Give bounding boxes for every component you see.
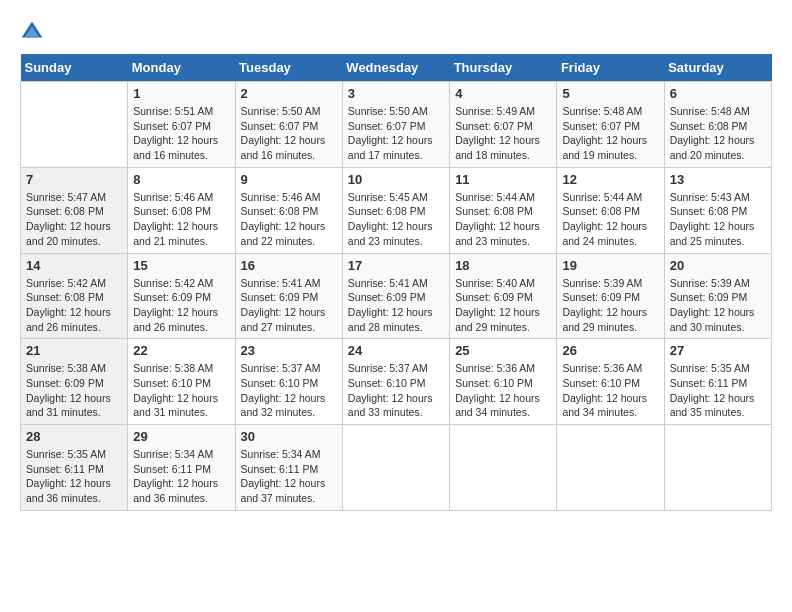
day-info: Sunrise: 5:36 AMSunset: 6:10 PMDaylight:… <box>455 361 551 420</box>
weekday-header-thursday: Thursday <box>450 54 557 82</box>
day-info: Sunrise: 5:48 AMSunset: 6:07 PMDaylight:… <box>562 104 658 163</box>
weekday-header-friday: Friday <box>557 54 664 82</box>
day-cell: 11Sunrise: 5:44 AMSunset: 6:08 PMDayligh… <box>450 167 557 253</box>
day-number: 21 <box>26 343 122 358</box>
day-number: 8 <box>133 172 229 187</box>
day-info: Sunrise: 5:35 AMSunset: 6:11 PMDaylight:… <box>26 447 122 506</box>
weekday-header-tuesday: Tuesday <box>235 54 342 82</box>
day-cell: 24Sunrise: 5:37 AMSunset: 6:10 PMDayligh… <box>342 339 449 425</box>
day-cell: 19Sunrise: 5:39 AMSunset: 6:09 PMDayligh… <box>557 253 664 339</box>
day-info: Sunrise: 5:47 AMSunset: 6:08 PMDaylight:… <box>26 190 122 249</box>
day-number: 12 <box>562 172 658 187</box>
day-cell <box>21 82 128 168</box>
day-cell: 3Sunrise: 5:50 AMSunset: 6:07 PMDaylight… <box>342 82 449 168</box>
day-number: 14 <box>26 258 122 273</box>
day-number: 9 <box>241 172 337 187</box>
day-info: Sunrise: 5:44 AMSunset: 6:08 PMDaylight:… <box>562 190 658 249</box>
day-info: Sunrise: 5:46 AMSunset: 6:08 PMDaylight:… <box>133 190 229 249</box>
day-number: 25 <box>455 343 551 358</box>
day-cell <box>557 425 664 511</box>
day-cell: 4Sunrise: 5:49 AMSunset: 6:07 PMDaylight… <box>450 82 557 168</box>
day-cell: 22Sunrise: 5:38 AMSunset: 6:10 PMDayligh… <box>128 339 235 425</box>
day-cell: 23Sunrise: 5:37 AMSunset: 6:10 PMDayligh… <box>235 339 342 425</box>
day-info: Sunrise: 5:48 AMSunset: 6:08 PMDaylight:… <box>670 104 766 163</box>
day-info: Sunrise: 5:44 AMSunset: 6:08 PMDaylight:… <box>455 190 551 249</box>
day-cell: 29Sunrise: 5:34 AMSunset: 6:11 PMDayligh… <box>128 425 235 511</box>
day-number: 20 <box>670 258 766 273</box>
day-number: 19 <box>562 258 658 273</box>
day-cell <box>664 425 771 511</box>
day-info: Sunrise: 5:41 AMSunset: 6:09 PMDaylight:… <box>241 276 337 335</box>
day-info: Sunrise: 5:38 AMSunset: 6:10 PMDaylight:… <box>133 361 229 420</box>
day-info: Sunrise: 5:45 AMSunset: 6:08 PMDaylight:… <box>348 190 444 249</box>
day-number: 23 <box>241 343 337 358</box>
day-cell: 21Sunrise: 5:38 AMSunset: 6:09 PMDayligh… <box>21 339 128 425</box>
weekday-header-row: SundayMondayTuesdayWednesdayThursdayFrid… <box>21 54 772 82</box>
day-number: 16 <box>241 258 337 273</box>
day-cell: 27Sunrise: 5:35 AMSunset: 6:11 PMDayligh… <box>664 339 771 425</box>
day-cell <box>450 425 557 511</box>
day-cell: 7Sunrise: 5:47 AMSunset: 6:08 PMDaylight… <box>21 167 128 253</box>
day-number: 29 <box>133 429 229 444</box>
page-header <box>20 20 772 44</box>
week-row-3: 14Sunrise: 5:42 AMSunset: 6:08 PMDayligh… <box>21 253 772 339</box>
weekday-header-saturday: Saturday <box>664 54 771 82</box>
day-number: 10 <box>348 172 444 187</box>
day-info: Sunrise: 5:50 AMSunset: 6:07 PMDaylight:… <box>348 104 444 163</box>
day-number: 18 <box>455 258 551 273</box>
day-number: 5 <box>562 86 658 101</box>
day-number: 7 <box>26 172 122 187</box>
day-cell <box>342 425 449 511</box>
day-number: 3 <box>348 86 444 101</box>
day-info: Sunrise: 5:37 AMSunset: 6:10 PMDaylight:… <box>241 361 337 420</box>
day-number: 22 <box>133 343 229 358</box>
day-info: Sunrise: 5:42 AMSunset: 6:09 PMDaylight:… <box>133 276 229 335</box>
weekday-header-sunday: Sunday <box>21 54 128 82</box>
day-number: 1 <box>133 86 229 101</box>
day-cell: 2Sunrise: 5:50 AMSunset: 6:07 PMDaylight… <box>235 82 342 168</box>
day-cell: 5Sunrise: 5:48 AMSunset: 6:07 PMDaylight… <box>557 82 664 168</box>
calendar-table: SundayMondayTuesdayWednesdayThursdayFrid… <box>20 54 772 511</box>
day-info: Sunrise: 5:37 AMSunset: 6:10 PMDaylight:… <box>348 361 444 420</box>
week-row-5: 28Sunrise: 5:35 AMSunset: 6:11 PMDayligh… <box>21 425 772 511</box>
day-number: 4 <box>455 86 551 101</box>
day-cell: 16Sunrise: 5:41 AMSunset: 6:09 PMDayligh… <box>235 253 342 339</box>
day-number: 11 <box>455 172 551 187</box>
day-cell: 12Sunrise: 5:44 AMSunset: 6:08 PMDayligh… <box>557 167 664 253</box>
day-info: Sunrise: 5:50 AMSunset: 6:07 PMDaylight:… <box>241 104 337 163</box>
day-cell: 14Sunrise: 5:42 AMSunset: 6:08 PMDayligh… <box>21 253 128 339</box>
day-number: 2 <box>241 86 337 101</box>
day-cell: 9Sunrise: 5:46 AMSunset: 6:08 PMDaylight… <box>235 167 342 253</box>
day-info: Sunrise: 5:40 AMSunset: 6:09 PMDaylight:… <box>455 276 551 335</box>
day-cell: 18Sunrise: 5:40 AMSunset: 6:09 PMDayligh… <box>450 253 557 339</box>
day-cell: 6Sunrise: 5:48 AMSunset: 6:08 PMDaylight… <box>664 82 771 168</box>
day-cell: 13Sunrise: 5:43 AMSunset: 6:08 PMDayligh… <box>664 167 771 253</box>
day-cell: 20Sunrise: 5:39 AMSunset: 6:09 PMDayligh… <box>664 253 771 339</box>
week-row-1: 1Sunrise: 5:51 AMSunset: 6:07 PMDaylight… <box>21 82 772 168</box>
day-number: 13 <box>670 172 766 187</box>
day-info: Sunrise: 5:43 AMSunset: 6:08 PMDaylight:… <box>670 190 766 249</box>
day-cell: 15Sunrise: 5:42 AMSunset: 6:09 PMDayligh… <box>128 253 235 339</box>
day-number: 27 <box>670 343 766 358</box>
day-info: Sunrise: 5:49 AMSunset: 6:07 PMDaylight:… <box>455 104 551 163</box>
day-number: 6 <box>670 86 766 101</box>
day-number: 30 <box>241 429 337 444</box>
day-number: 15 <box>133 258 229 273</box>
day-cell: 8Sunrise: 5:46 AMSunset: 6:08 PMDaylight… <box>128 167 235 253</box>
day-info: Sunrise: 5:39 AMSunset: 6:09 PMDaylight:… <box>562 276 658 335</box>
weekday-header-wednesday: Wednesday <box>342 54 449 82</box>
day-info: Sunrise: 5:38 AMSunset: 6:09 PMDaylight:… <box>26 361 122 420</box>
logo <box>20 20 48 44</box>
week-row-4: 21Sunrise: 5:38 AMSunset: 6:09 PMDayligh… <box>21 339 772 425</box>
day-cell: 26Sunrise: 5:36 AMSunset: 6:10 PMDayligh… <box>557 339 664 425</box>
day-info: Sunrise: 5:34 AMSunset: 6:11 PMDaylight:… <box>133 447 229 506</box>
day-info: Sunrise: 5:35 AMSunset: 6:11 PMDaylight:… <box>670 361 766 420</box>
day-info: Sunrise: 5:51 AMSunset: 6:07 PMDaylight:… <box>133 104 229 163</box>
day-info: Sunrise: 5:46 AMSunset: 6:08 PMDaylight:… <box>241 190 337 249</box>
day-cell: 30Sunrise: 5:34 AMSunset: 6:11 PMDayligh… <box>235 425 342 511</box>
day-number: 17 <box>348 258 444 273</box>
day-info: Sunrise: 5:36 AMSunset: 6:10 PMDaylight:… <box>562 361 658 420</box>
day-info: Sunrise: 5:39 AMSunset: 6:09 PMDaylight:… <box>670 276 766 335</box>
day-cell: 25Sunrise: 5:36 AMSunset: 6:10 PMDayligh… <box>450 339 557 425</box>
day-number: 24 <box>348 343 444 358</box>
